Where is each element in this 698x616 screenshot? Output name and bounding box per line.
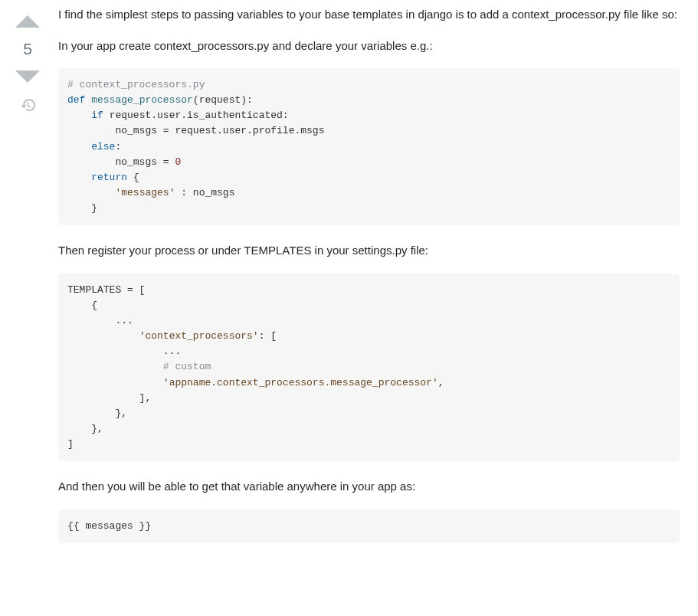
- code-punct: ):: [241, 94, 253, 106]
- answer-body: I find the simplest steps to passing var…: [48, 6, 690, 560]
- paragraph-4: And then you will be able to get that va…: [58, 478, 680, 496]
- code-keyword: if: [91, 110, 103, 121]
- answer-container: 5 I find the simplest steps to passing v…: [0, 0, 698, 566]
- code-text: {: [67, 300, 97, 311]
- downvote-button[interactable]: [14, 63, 41, 90]
- vote-column: 5: [8, 6, 48, 560]
- code-text: }: [67, 202, 97, 214]
- code-comment: # custom: [163, 361, 211, 372]
- code-text: ],: [67, 392, 151, 404]
- paragraph-3: Then register your process or under TEMP…: [58, 242, 680, 260]
- history-icon: [21, 98, 35, 112]
- code-text: request.user.is_authenticated:: [103, 110, 289, 121]
- code-string: 'messages': [115, 187, 175, 198]
- code-punct: :: [115, 141, 121, 152]
- paragraph-1: I find the simplest steps to passing var…: [58, 6, 680, 24]
- code-comment: # context_processors.py: [67, 79, 205, 90]
- code-text: TEMPLATES = [: [67, 284, 145, 296]
- code-block-3: {{ messages }}: [58, 510, 680, 543]
- code-string: 'appname.context_processors.message_proc…: [163, 377, 438, 388]
- code-keyword: def: [67, 94, 85, 106]
- code-text: ...: [67, 315, 133, 326]
- code-text: },: [67, 408, 127, 419]
- code-arg: request: [199, 94, 241, 106]
- code-text: ...: [67, 346, 181, 357]
- code-keyword: return: [91, 172, 127, 183]
- code-block-2: TEMPLATES = [ { ... 'context_processors'…: [58, 274, 680, 462]
- vote-score: 5: [23, 40, 32, 58]
- code-func-name: message_processor: [91, 94, 193, 106]
- code-text: ]: [67, 438, 74, 450]
- code-block-1: # context_processors.py def message_proc…: [58, 68, 680, 225]
- history-button[interactable]: [21, 98, 35, 114]
- code-keyword: else: [91, 141, 115, 152]
- code-punct: (: [193, 94, 199, 106]
- code-number: 0: [175, 156, 181, 168]
- code-text: {: [127, 172, 139, 183]
- code-text: : no_msgs: [175, 187, 234, 198]
- downvote-icon: [14, 63, 41, 90]
- code-text: },: [67, 423, 103, 434]
- upvote-button[interactable]: [14, 8, 41, 35]
- code-text: {{ messages }}: [67, 520, 151, 532]
- code-text: no_msgs = request.user.profile.msgs: [67, 125, 324, 136]
- code-string: 'context_processors': [139, 330, 259, 342]
- upvote-icon: [14, 8, 41, 35]
- code-punct: ,: [438, 377, 444, 388]
- paragraph-2: In your app create context_processors.py…: [58, 38, 680, 55]
- code-text: : [: [259, 330, 277, 342]
- code-text: no_msgs =: [67, 156, 175, 168]
